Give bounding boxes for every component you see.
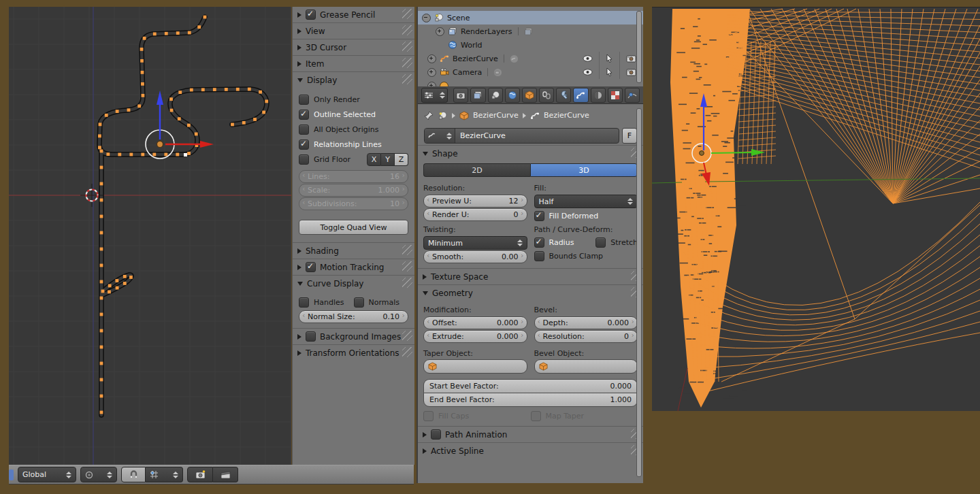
- preview-u-field[interactable]: Preview U:12: [423, 195, 527, 208]
- outliner-row-scene[interactable]: Scene: [418, 11, 643, 24]
- row-label: Scene: [447, 14, 470, 22]
- stretch-row[interactable]: Stretch: [595, 235, 638, 249]
- fill-mode-select[interactable]: Half: [534, 195, 638, 208]
- cursor-select-icon[interactable]: [606, 54, 613, 63]
- snap-element-select[interactable]: [146, 467, 183, 482]
- panel-texture-space[interactable]: Texture Space: [418, 268, 643, 284]
- panel-transform-orientations[interactable]: Transform Orientations: [293, 344, 414, 361]
- snap-toggle-button[interactable]: [121, 467, 146, 482]
- grease-pencil-checkbox[interactable]: [306, 10, 316, 20]
- material-tab[interactable]: [591, 88, 606, 103]
- panel-grip[interactable]: [402, 9, 412, 19]
- object-origin: [157, 142, 163, 148]
- bevel-depth-field[interactable]: Depth:0.000: [534, 316, 638, 329]
- scene-tab[interactable]: [488, 88, 503, 103]
- only-render-row[interactable]: Only Render: [299, 92, 408, 107]
- outliner-row-renderlayers[interactable]: RenderLayers: [418, 24, 643, 38]
- panel-path-animation[interactable]: Path Animation: [418, 426, 643, 442]
- panel-view[interactable]: View: [293, 22, 414, 39]
- cursor-select-icon[interactable]: [606, 67, 613, 77]
- eye-icon[interactable]: [583, 69, 593, 76]
- object-tab[interactable]: [522, 88, 537, 103]
- constraints-tab[interactable]: [539, 88, 554, 103]
- clapperboard-icon: [220, 470, 231, 479]
- datablock-name-field[interactable]: BezierCurve: [424, 128, 619, 144]
- end-bevel-factor-slider[interactable]: End Bevel Factor:1.000: [423, 393, 638, 407]
- opengl-render-anim-button[interactable]: [213, 467, 238, 482]
- panel-motion-tracking[interactable]: Motion Tracking: [293, 259, 414, 275]
- panel-item[interactable]: Item: [293, 55, 414, 71]
- axis-x-toggle[interactable]: X: [367, 153, 381, 166]
- grid-floor-row[interactable]: Grid Floor X Y Z: [299, 152, 408, 167]
- bevel-resolution-field[interactable]: Resolution:0: [534, 330, 638, 343]
- properties-editor-icon: [424, 91, 434, 99]
- normal-size-field[interactable]: Normal Size:0.10: [299, 310, 408, 323]
- object-breadcrumb-icon[interactable]: [459, 111, 469, 120]
- opengl-render-button[interactable]: [187, 467, 213, 482]
- taper-object-field[interactable]: [423, 359, 527, 374]
- collapse-icon[interactable]: [422, 14, 431, 22]
- render-restrict-icon[interactable]: [626, 68, 636, 76]
- expand-arrow-icon: [297, 78, 303, 82]
- bevel-object-field[interactable]: [534, 359, 638, 374]
- bounds-clamp-row[interactable]: Bounds Clamp: [534, 249, 638, 263]
- outliner-scrollbar[interactable]: [636, 11, 642, 83]
- background-images-checkbox[interactable]: [306, 331, 316, 342]
- camera-data-ghost-icon: [493, 68, 502, 77]
- outliner-row-clipped[interactable]: [418, 79, 643, 86]
- editor-type-select[interactable]: [421, 88, 448, 103]
- radius-row[interactable]: Radius: [534, 235, 596, 249]
- all-object-origins-row[interactable]: All Object Origins: [299, 122, 408, 137]
- extrude-field[interactable]: Extrude:0.000: [423, 330, 527, 343]
- properties-scrollbar[interactable]: [636, 108, 642, 477]
- world-tab[interactable]: [505, 88, 520, 103]
- physics-tab[interactable]: [625, 88, 640, 103]
- start-bevel-factor-slider[interactable]: Start Bevel Factor:0.000: [423, 379, 638, 393]
- eye-icon[interactable]: [583, 55, 593, 62]
- panel-display[interactable]: Display: [293, 71, 414, 88]
- mode-3d-button[interactable]: 3D: [530, 163, 638, 177]
- twist-smooth-field[interactable]: Smooth:0.00: [423, 250, 527, 263]
- toggle-quad-view-button[interactable]: Toggle Quad View: [299, 220, 408, 235]
- transform-orientation-select[interactable]: Global: [18, 467, 76, 482]
- panel-geometry[interactable]: Geometry: [418, 284, 643, 301]
- relationship-lines-row[interactable]: Relationship Lines: [299, 137, 408, 152]
- panel-curve-display[interactable]: Curve Display: [293, 275, 414, 291]
- panel-background-images[interactable]: Background Images: [293, 328, 414, 344]
- modifiers-tab[interactable]: [556, 88, 571, 103]
- axis-z-toggle[interactable]: Z: [395, 153, 408, 166]
- outliner-row-camera[interactable]: Camera: [418, 65, 643, 79]
- breadcrumb-object-name[interactable]: BezierCurve: [473, 111, 519, 120]
- render-restrict-icon[interactable]: [626, 54, 636, 63]
- motion-tracking-checkbox[interactable]: [306, 262, 316, 272]
- panel-grease-pencil[interactable]: Grease Pencil: [293, 7, 414, 22]
- render-u-field[interactable]: Render U:0: [423, 208, 527, 221]
- render-tab[interactable]: [453, 88, 468, 103]
- pin-icon[interactable]: [424, 111, 434, 120]
- normals-row[interactable]: Normals: [354, 295, 409, 310]
- path-animation-checkbox[interactable]: [431, 429, 441, 440]
- mode-2d-button[interactable]: 2D: [423, 163, 530, 177]
- offset-field[interactable]: Offset:0.000: [423, 316, 527, 329]
- panel-shading[interactable]: Shading: [293, 242, 414, 259]
- curve-data-breadcrumb-icon[interactable]: [530, 111, 540, 120]
- outline-selected-row[interactable]: Outline Selected: [299, 107, 408, 122]
- breadcrumb-data-name[interactable]: BezierCurve: [544, 111, 589, 120]
- handles-row[interactable]: Handles: [299, 295, 354, 310]
- viewport-3d-left[interactable]: [9, 7, 291, 465]
- pivot-point-select[interactable]: [80, 467, 117, 482]
- fake-user-button[interactable]: F: [622, 128, 637, 144]
- viewport-3d-right[interactable]: [652, 7, 980, 411]
- fill-deformed-row[interactable]: Fill Deformed: [534, 209, 638, 223]
- panel-active-spline[interactable]: Active Spline: [418, 442, 643, 459]
- curve-data-tab[interactable]: [573, 88, 588, 103]
- twist-mode-select[interactable]: Minimum: [423, 236, 527, 250]
- panel-3d-cursor[interactable]: 3D Cursor: [293, 39, 414, 55]
- scene-breadcrumb-icon[interactable]: [438, 111, 448, 120]
- outliner-row-beziercurve[interactable]: BezierCurve: [418, 52, 643, 65]
- render-layers-tab[interactable]: [470, 88, 485, 103]
- texture-tab[interactable]: [608, 88, 623, 103]
- axis-y-toggle[interactable]: Y: [381, 153, 395, 166]
- panel-shape[interactable]: Shape: [418, 145, 643, 161]
- outliner-row-world[interactable]: World: [418, 38, 643, 52]
